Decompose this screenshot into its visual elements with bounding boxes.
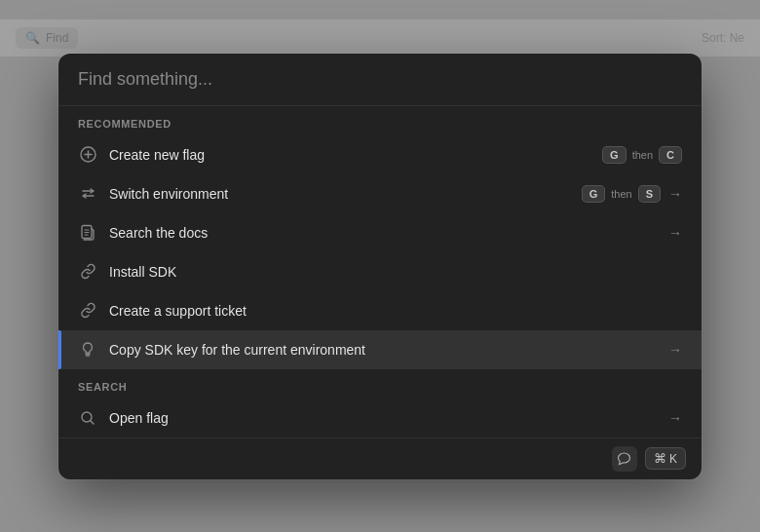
menu-item-search-docs[interactable]: Search the docs → [58, 213, 702, 252]
arrow-search-docs: → [668, 225, 682, 241]
shortcut-switch-environment: G then S → [582, 185, 682, 203]
palette-footer: ⌘ K [58, 437, 702, 479]
item-label-copy-sdk-key: Copy SDK key for the current environment [109, 342, 653, 358]
command-palette: Recommended Create new flag G then C [58, 54, 702, 479]
section-recommended: Recommended Create new flag G then C [58, 106, 702, 369]
key-s: S [638, 185, 661, 203]
item-label-support-ticket: Create a support ticket [109, 303, 682, 319]
menu-item-open-flag[interactable]: Open flag → [58, 399, 702, 437]
menu-item-install-sdk[interactable]: Install SDK [58, 252, 702, 291]
cmd-k-badge: ⌘ K [645, 447, 686, 470]
item-label-create-new-flag: Create new flag [109, 147, 590, 163]
switch-icon [78, 184, 97, 204]
arrow-open-flag: → [668, 410, 682, 426]
item-label-install-sdk: Install SDK [109, 264, 682, 280]
section-label-recommended: Recommended [58, 106, 702, 135]
section-label-search: Search [58, 369, 702, 399]
menu-item-switch-environment[interactable]: Switch environment G then S → [58, 174, 702, 213]
item-label-open-flag: Open flag [109, 410, 653, 426]
shortcut-create-new-flag: G then C [602, 146, 682, 164]
menu-item-support-ticket[interactable]: Create a support ticket [58, 291, 702, 330]
item-label-search-docs: Search the docs [109, 225, 653, 241]
plus-circle-icon [78, 145, 97, 165]
key-g2: G [582, 185, 606, 203]
section-search: Search Open flag → [58, 369, 702, 437]
link-icon-support [78, 301, 97, 321]
search-icon [78, 408, 97, 428]
then-text-2: then [609, 188, 633, 200]
svg-line-10 [91, 420, 95, 424]
item-label-switch-environment: Switch environment [109, 186, 570, 202]
document-icon [78, 223, 97, 243]
search-input[interactable] [78, 69, 682, 90]
key-g: G [602, 146, 627, 164]
menu-item-create-new-flag[interactable]: Create new flag G then C [58, 135, 702, 174]
then-text-1: then [630, 149, 655, 161]
arrow-copy-sdk: → [668, 342, 682, 358]
search-area [58, 54, 702, 106]
menu-item-copy-sdk-key[interactable]: Copy SDK key for the current environment… [58, 330, 702, 369]
bulb-icon [78, 340, 97, 360]
key-c: C [659, 146, 682, 164]
link-icon-sdk [78, 262, 97, 282]
chat-icon[interactable] [612, 446, 637, 472]
arrow-switch-env: → [668, 186, 682, 202]
